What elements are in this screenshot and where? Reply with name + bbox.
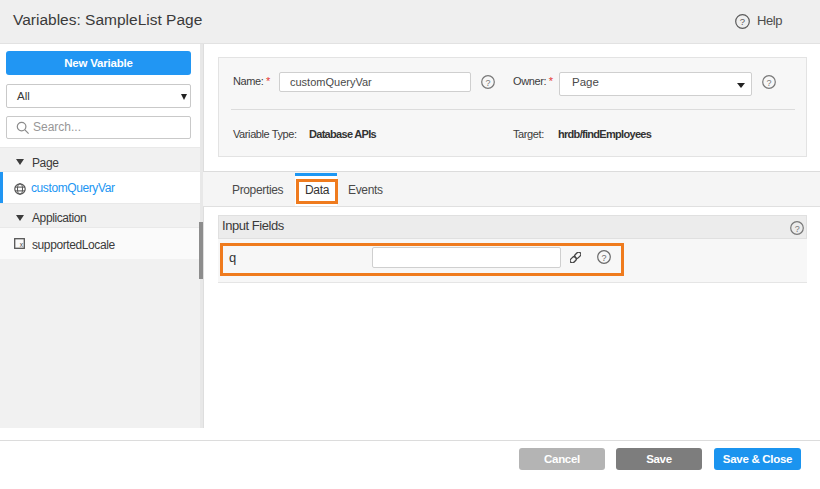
svg-text:?: ? [766,77,771,87]
svg-text:?: ? [740,16,745,27]
svg-text:?: ? [795,223,800,233]
svg-text:?: ? [485,77,490,87]
svg-text:x: x [20,241,24,248]
